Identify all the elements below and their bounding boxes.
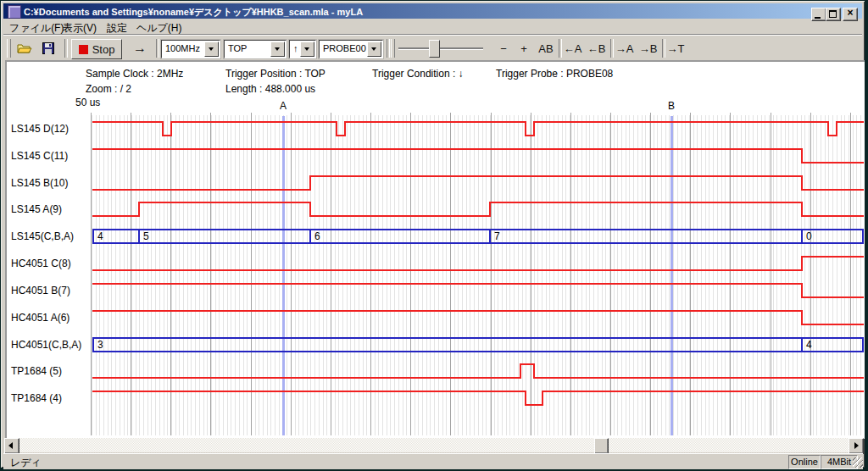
zoom-out-button[interactable]: − <box>493 39 514 58</box>
trigger-edge-select[interactable]: ↑ <box>289 40 316 58</box>
maximize-icon <box>829 10 837 18</box>
sample-clock-select[interactable]: 100MHz <box>161 40 220 58</box>
stop-button[interactable]: Stop <box>71 39 122 59</box>
next-a-button[interactable]: →A <box>613 39 636 58</box>
close-icon: × <box>847 7 853 19</box>
scroll-left-icon <box>8 442 13 449</box>
trigger-probe-select[interactable]: PROBE00 <box>319 40 383 58</box>
open-file-button[interactable] <box>14 39 36 58</box>
chevron-down-icon[interactable] <box>300 42 314 57</box>
toolbar-grip[interactable] <box>7 39 11 58</box>
chevron-down-icon[interactable] <box>270 42 285 57</box>
menu-bar: ファイル(F) 表示(V) 設定 ヘルプ(H) <box>3 19 862 34</box>
next-b-button[interactable]: →B <box>637 39 659 58</box>
folder-open-icon <box>17 42 32 54</box>
scroll-left-button[interactable] <box>4 438 19 454</box>
save-button[interactable] <box>37 39 59 58</box>
zoom-slider-track[interactable] <box>398 47 483 49</box>
single-step-button[interactable]: → <box>127 39 153 58</box>
trigger-position-info: Trigger Position : TOP <box>225 68 326 80</box>
toolbar-separator <box>64 39 68 58</box>
toolbar-grip[interactable] <box>391 39 395 58</box>
right-arrow-icon: → <box>133 41 147 56</box>
zoom-in-button[interactable]: + <box>514 39 534 58</box>
status-ready-text: レディ <box>10 456 42 470</box>
time-division-label: 50 us <box>75 97 100 108</box>
prev-a-button[interactable]: ←A <box>561 39 584 58</box>
scrollbar-thumb[interactable] <box>594 438 609 454</box>
scroll-right-button[interactable] <box>849 438 864 454</box>
horizontal-scrollbar[interactable] <box>4 438 863 452</box>
title-bar[interactable]: C:¥Documents and Settings¥noname¥デスクトップ¥… <box>3 3 862 19</box>
trigger-probe-value: PROBE00 <box>323 43 366 53</box>
save-icon <box>42 42 54 54</box>
status-bar: レディ Online 4MBit <box>3 453 863 469</box>
goto-ab-button[interactable]: AB <box>535 39 557 58</box>
window-title: C:¥Documents and Settings¥noname¥デスクトップ¥… <box>24 6 363 19</box>
length-info: Length : 488.000 us <box>225 83 315 95</box>
toolbar-separator <box>156 39 159 58</box>
goto-trigger-button[interactable]: →T <box>665 39 687 58</box>
zoom-info: Zoom : / 2 <box>86 83 131 95</box>
chevron-down-icon[interactable] <box>367 42 381 57</box>
sample-clock-value: 100MHz <box>165 43 200 53</box>
prev-b-button[interactable]: ←B <box>585 39 608 58</box>
chevron-down-icon[interactable] <box>204 42 219 57</box>
trigger-position-select[interactable]: TOP <box>224 40 287 58</box>
zoom-slider-handle[interactable] <box>429 40 440 58</box>
trigger-condition-info: Trigger Condition : ↓ <box>372 68 464 80</box>
trigger-probe-info: Trigger Probe : PROBE08 <box>496 68 613 80</box>
online-status-badge: Online <box>788 455 821 469</box>
desktop-background: C:¥Documents and Settings¥noname¥デスクトップ¥… <box>0 0 868 471</box>
trigger-position-value: TOP <box>228 43 247 53</box>
toolbar: Stop → 100MHz TOP ↑ PROBE00 <box>3 34 862 59</box>
trigger-edge-value: ↑ <box>293 43 298 53</box>
waveform-grid[interactable] <box>92 115 862 435</box>
stop-icon <box>79 45 88 54</box>
minimize-icon <box>815 17 821 19</box>
resize-grip-icon[interactable] <box>853 457 863 468</box>
scroll-right-icon <box>854 442 859 449</box>
stop-button-label: Stop <box>92 43 115 56</box>
toolbar-separator <box>387 39 390 58</box>
sample-clock-info: Sample Clock : 2MHz <box>86 68 183 80</box>
app-icon <box>8 5 21 19</box>
application-window: C:¥Documents and Settings¥noname¥デスクトップ¥… <box>1 1 865 468</box>
